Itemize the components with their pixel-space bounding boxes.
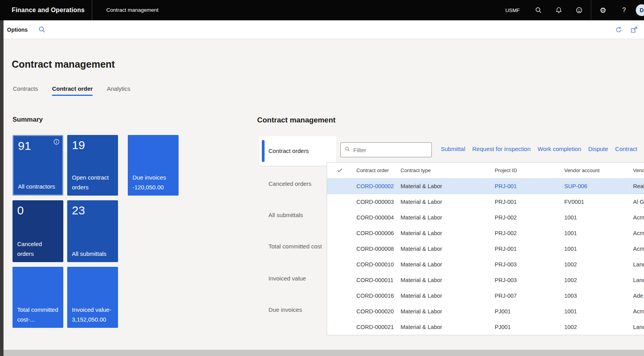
cell-vendor-account[interactable]: 1002 bbox=[560, 277, 629, 283]
menu-item-invoiced-value[interactable]: Invoiced value bbox=[268, 274, 306, 283]
cell-vendor-account[interactable]: 1002 bbox=[560, 324, 629, 330]
tile-total-committed-cost[interactable]: Total committed cost-... bbox=[13, 267, 63, 328]
table-row[interactable]: CORD-000020 Material & Labor PJ001 1001 … bbox=[327, 304, 644, 319]
table-row[interactable]: CORD-000021 Material & Labor PJ001 1002 … bbox=[327, 319, 644, 335]
cell-contract-type: Material & Labor bbox=[396, 183, 490, 189]
menu-item-all-submittals[interactable]: All submittals bbox=[268, 210, 303, 220]
cell-contract-type: Material & Labor bbox=[396, 199, 490, 205]
settings-gear-icon[interactable]: ⚙ bbox=[599, 6, 607, 14]
column-header-contract-order[interactable]: Contract order bbox=[352, 167, 396, 173]
cell-vendor-account[interactable]: 1001 bbox=[560, 214, 629, 221]
cell-contract-type: Material & Labor bbox=[396, 324, 490, 330]
cell-project-id[interactable]: PRJ-002 bbox=[490, 214, 560, 221]
feedback-smiley-icon[interactable] bbox=[575, 6, 583, 14]
cell-project-id[interactable]: PRJ-001 bbox=[490, 183, 560, 189]
column-header-vendor-name[interactable]: Vendor name bbox=[629, 167, 644, 173]
cell-project-id[interactable]: PJ001 bbox=[490, 324, 560, 330]
tab-analytics[interactable]: Analytics bbox=[107, 85, 130, 96]
tile-all-submittals[interactable]: 23 All submittals bbox=[67, 200, 118, 262]
column-header-vendor-account[interactable]: Vendor account bbox=[560, 167, 629, 173]
tile-label: Open contract orders bbox=[72, 173, 115, 192]
info-icon[interactable] bbox=[54, 139, 59, 146]
submittal-link[interactable]: Submittal bbox=[441, 146, 465, 152]
cell-contract-type: Material & Labor bbox=[396, 308, 490, 315]
cell-contract-order[interactable]: CORD-000008 bbox=[352, 246, 396, 252]
contract-link[interactable]: Contract bbox=[615, 146, 637, 152]
table-row[interactable]: CORD-000004 Material & Labor PRJ-002 100… bbox=[327, 210, 644, 225]
menu-item-contract-orders[interactable]: Contract orders bbox=[259, 136, 336, 166]
action-pane-search-icon[interactable] bbox=[38, 26, 46, 35]
table-row[interactable]: CORD-000008 Material & Labor PRJ-001 100… bbox=[327, 241, 644, 257]
product-name[interactable]: Finance and Operations bbox=[12, 0, 85, 20]
cell-contract-type: Material & Labor bbox=[396, 293, 490, 299]
tab-contract-order[interactable]: Contract order bbox=[52, 85, 93, 96]
notifications-bell-icon[interactable] bbox=[555, 6, 563, 14]
tile-invoiced-value[interactable]: Invoiced value-3,152,050.00 bbox=[67, 267, 118, 328]
dispute-link[interactable]: Dispute bbox=[588, 146, 608, 152]
cell-project-id[interactable]: PRJ-001 bbox=[490, 246, 560, 252]
menu-item-canceled-orders[interactable]: Canceled orders bbox=[268, 179, 311, 189]
cell-vendor-account[interactable]: 1003 bbox=[560, 293, 629, 299]
selected-indicator-bar bbox=[262, 140, 265, 162]
tile-canceled-orders[interactable]: 0 Canceled orders bbox=[13, 200, 63, 262]
table-row[interactable]: CORD-000006 Material & Labor PRJ-002 100… bbox=[327, 225, 644, 241]
options-menu-button[interactable]: Options bbox=[7, 20, 28, 39]
cell-contract-order[interactable]: CORD-000021 bbox=[352, 324, 396, 330]
table-row[interactable]: CORD-000016 Material & Labor PRJ-007 100… bbox=[327, 288, 644, 304]
search-icon[interactable] bbox=[535, 6, 542, 14]
work-completion-link[interactable]: Work completion bbox=[538, 146, 581, 152]
cell-project-id[interactable]: PRJ-002 bbox=[490, 230, 560, 236]
menu-item-total-committed-cost[interactable]: Total committed cost bbox=[268, 242, 322, 251]
cell-project-id[interactable]: PRJ-003 bbox=[490, 261, 560, 268]
panel-heading: Contract management bbox=[257, 116, 336, 124]
screen-bottom-edge bbox=[0, 350, 644, 356]
tile-open-contract-orders[interactable]: 19 Open contract orders bbox=[67, 135, 118, 196]
cell-contract-order[interactable]: CORD-000020 bbox=[352, 308, 396, 315]
cell-vendor-account[interactable]: 1001 bbox=[560, 308, 629, 315]
cell-contract-order[interactable]: CORD-000011 bbox=[352, 277, 396, 283]
summary-heading: Summary bbox=[13, 116, 43, 124]
cell-vendor-account[interactable]: 1001 bbox=[560, 230, 629, 236]
menu-item-due-invoices[interactable]: Due invoices bbox=[268, 305, 302, 315]
tile-all-contractors[interactable]: 91 All contractors bbox=[13, 135, 63, 196]
table-row[interactable]: CORD-000003 Material & Labor PRJ-001 FV0… bbox=[327, 194, 644, 210]
company-picker[interactable]: USMF bbox=[505, 7, 520, 13]
column-header-contract-type[interactable]: Contract type bbox=[396, 167, 490, 173]
cell-project-id[interactable]: PRJ-007 bbox=[490, 293, 560, 299]
filter-search-icon bbox=[345, 146, 350, 153]
tile-value: 91 bbox=[18, 139, 58, 153]
filter-field[interactable] bbox=[340, 142, 432, 157]
tile-label: All contractors bbox=[18, 182, 59, 191]
contract-orders-grid: Contract order Contract type Project ID … bbox=[327, 162, 644, 335]
cell-contract-order[interactable]: CORD-000006 bbox=[352, 230, 396, 236]
cell-project-id[interactable]: PRJ-001 bbox=[490, 199, 560, 205]
tab-contracts[interactable]: Contracts bbox=[13, 85, 38, 96]
table-row[interactable]: CORD-000010 Material & Labor PRJ-003 100… bbox=[327, 257, 644, 272]
table-row[interactable]: CORD-000002 Material & Labor PRJ-001 SUP… bbox=[327, 178, 644, 194]
cell-contract-type: Material & Labor bbox=[396, 277, 490, 283]
cell-vendor-account[interactable]: FV0001 bbox=[560, 199, 629, 205]
cell-vendor-account[interactable]: SUP-006 bbox=[560, 183, 629, 189]
refresh-icon[interactable] bbox=[615, 26, 623, 34]
filter-input[interactable] bbox=[353, 147, 431, 153]
select-all-check-icon[interactable] bbox=[327, 168, 352, 173]
open-in-new-window-icon[interactable] bbox=[630, 26, 638, 34]
user-avatar[interactable]: D bbox=[636, 4, 644, 16]
cell-contract-order[interactable]: CORD-000016 bbox=[352, 293, 396, 299]
column-header-project-id[interactable]: Project ID bbox=[490, 167, 560, 173]
table-row[interactable]: CORD-000011 Material & Labor PRJ-003 100… bbox=[327, 272, 644, 288]
tile-label: Total committed cost-... bbox=[17, 305, 60, 324]
cell-vendor-name: Acme bbox=[629, 230, 644, 236]
cell-vendor-account[interactable]: 1001 bbox=[560, 246, 629, 252]
cell-contract-order[interactable]: CORD-000004 bbox=[352, 214, 396, 221]
help-icon[interactable]: ? bbox=[620, 6, 628, 14]
request-for-inspection-link[interactable]: Request for inspection bbox=[472, 146, 531, 152]
cell-project-id[interactable]: PJ001 bbox=[490, 308, 560, 315]
cell-contract-order[interactable]: CORD-000010 bbox=[352, 261, 396, 268]
cell-contract-order[interactable]: CORD-000002 bbox=[352, 183, 396, 189]
cell-contract-order[interactable]: CORD-000003 bbox=[352, 199, 396, 205]
cell-vendor-account[interactable]: 1002 bbox=[560, 261, 629, 268]
tile-due-invoices[interactable]: Due invoices -120,050.00 bbox=[128, 135, 179, 196]
tile-label: Due invoices -120,050.00 bbox=[132, 173, 175, 192]
cell-project-id[interactable]: PRJ-003 bbox=[490, 277, 560, 283]
